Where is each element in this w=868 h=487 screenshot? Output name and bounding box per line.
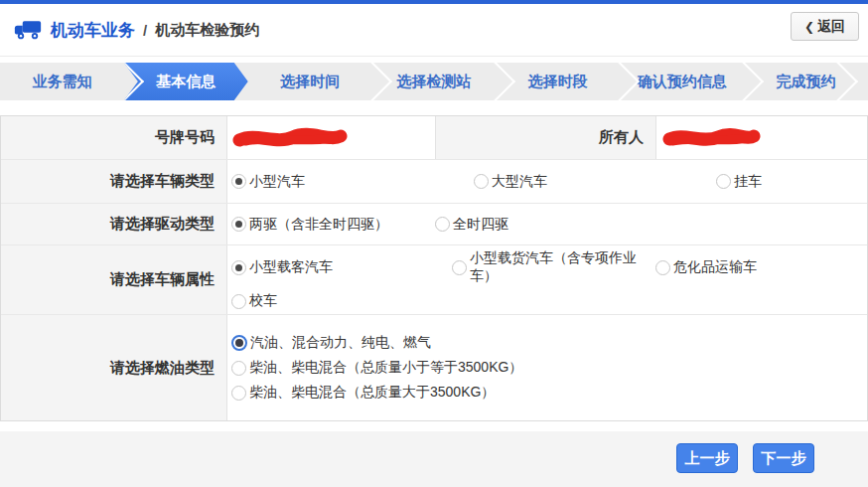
row-plate-owner: 号牌号码 所有人 [1, 116, 867, 160]
option-gasoline-hybrid-electric-gas[interactable]: 汽油、混合动力、纯电、燃气 [231, 334, 431, 352]
radio-icon [231, 386, 246, 401]
radio-selected-icon [231, 174, 246, 189]
appointment-form: 号牌号码 所有人 请选择车辆类型 小型汽车 [0, 115, 868, 421]
option-diesel-over-3500kg[interactable]: 柴油、柴电混合（总质量大于3500KG） [231, 384, 495, 402]
option-trailer[interactable]: 挂车 [716, 173, 762, 191]
row-fuel-type: 请选择燃油类型 汽油、混合动力、纯电、燃气 柴油、柴电混合（总质量小于等于350… [1, 315, 867, 420]
footer-actions: 上一步 下一步 [0, 431, 868, 487]
radio-icon [435, 217, 450, 232]
truck-icon [14, 19, 42, 41]
plate-number-label: 号牌号码 [1, 116, 227, 159]
radio-icon [231, 294, 246, 309]
progress-steps: 业务需知 基本信息 选择时间 选择检测站 选择时段 确认预约信息 完成预约 [0, 63, 868, 100]
back-button-label: 返回 [817, 18, 845, 36]
next-step-button[interactable]: 下一步 [753, 443, 814, 473]
owner-label: 所有人 [435, 116, 656, 159]
fuel-type-options: 汽油、混合动力、纯电、燃气 柴油、柴电混合（总质量小于等于3500KG） 柴油、… [227, 315, 867, 420]
radio-icon [474, 174, 489, 189]
option-two-wheel-drive[interactable]: 两驱（含非全时四驱） [231, 216, 435, 234]
row-vehicle-type: 请选择车辆类型 小型汽车 大型汽车 挂车 [1, 160, 867, 204]
radio-icon [716, 174, 731, 189]
step-label: 完成预约 [777, 73, 836, 91]
option-large-car[interactable]: 大型汽车 [474, 173, 716, 191]
radio-selected-icon [231, 335, 247, 351]
step-complete[interactable]: 完成预约 [744, 63, 868, 100]
option-label: 汽油、混合动力、纯电、燃气 [250, 334, 431, 352]
option-label: 柴油、柴电混合（总质量小于等于3500KG） [249, 359, 522, 377]
radio-selected-icon [231, 260, 246, 275]
breadcrumb-current: 机动车检验预约 [155, 21, 259, 40]
option-diesel-under-3500kg[interactable]: 柴油、柴电混合（总质量小于等于3500KG） [231, 359, 522, 377]
radio-selected-icon [231, 217, 246, 232]
option-label: 全时四驱 [453, 216, 508, 234]
breadcrumb-divider: / [143, 22, 147, 39]
back-button[interactable]: ❮ 返回 [791, 12, 859, 41]
page-header: 机动车业务 / 机动车检验预约 ❮ 返回 [0, 4, 868, 57]
options-line: 汽油、混合动力、纯电、燃气 [231, 334, 867, 352]
vehicle-attr-label: 请选择车辆属性 [1, 245, 227, 314]
option-small-cargo[interactable]: 小型载货汽车（含专项作业车） [452, 249, 655, 285]
option-label: 两驱（含非全时四驱） [249, 216, 388, 234]
vehicle-attr-options: 小型载客汽车 小型载货汽车（含专项作业车） 危化品运输车 校车 [227, 245, 867, 314]
owner-value [656, 116, 867, 159]
previous-step-button[interactable]: 上一步 [676, 443, 738, 473]
option-label: 挂车 [734, 173, 762, 191]
fuel-type-label: 请选择燃油类型 [1, 315, 227, 420]
options-line: 小型载客汽车 小型载货汽车（含专项作业车） 危化品运输车 [231, 249, 867, 285]
drive-type-options: 两驱（含非全时四驱） 全时四驱 [227, 204, 867, 244]
step-label: 业务需知 [32, 73, 91, 91]
redaction-scribble [660, 125, 762, 151]
option-label: 小型载货汽车（含专项作业车） [470, 249, 655, 285]
vehicle-inspection-appointment-page: 机动车业务 / 机动车检验预约 ❮ 返回 业务需知 基本信息 选择时间 选择检测… [0, 0, 868, 487]
drive-type-label: 请选择驱动类型 [1, 204, 227, 244]
option-small-car[interactable]: 小型汽车 [231, 173, 474, 191]
step-business-notice[interactable]: 业务需知 [0, 63, 124, 100]
step-basic-info[interactable]: 基本信息 [124, 63, 248, 100]
radio-icon [231, 361, 246, 376]
step-label: 基本信息 [156, 73, 216, 91]
option-label: 柴油、柴电混合（总质量大于3500KG） [249, 384, 495, 402]
option-small-passenger[interactable]: 小型载客汽车 [231, 258, 452, 276]
option-hazmat-transport[interactable]: 危化品运输车 [655, 258, 757, 276]
step-label: 确认预约信息 [638, 73, 727, 91]
row-vehicle-attr: 请选择车辆属性 小型载客汽车 小型载货汽车（含专项作业车） 危化品运输车 [1, 245, 867, 315]
step-label: 选择时间 [280, 73, 340, 91]
row-drive-type: 请选择驱动类型 两驱（含非全时四驱） 全时四驱 [1, 204, 867, 245]
option-label: 小型载客汽车 [249, 258, 333, 276]
options-line: 校车 [231, 292, 867, 310]
radio-icon [452, 260, 467, 275]
option-label: 大型汽车 [492, 173, 547, 191]
option-full-time-4wd[interactable]: 全时四驱 [435, 216, 508, 234]
radio-icon [655, 260, 670, 275]
option-label: 小型汽车 [249, 173, 305, 191]
chevron-left-icon: ❮ [804, 20, 814, 34]
option-label: 危化品运输车 [673, 258, 757, 276]
option-school-bus[interactable]: 校车 [231, 292, 277, 310]
vehicle-type-label: 请选择车辆类型 [1, 160, 227, 203]
vehicle-type-options: 小型汽车 大型汽车 挂车 [227, 160, 867, 203]
step-label: 选择时段 [528, 73, 588, 91]
page-title: 机动车业务 [51, 19, 135, 42]
option-label: 校车 [249, 292, 277, 310]
options-line: 柴油、柴电混合（总质量小于等于3500KG） [231, 359, 867, 377]
step-label: 选择检测站 [397, 73, 472, 91]
redaction-scribble [231, 125, 349, 151]
plate-number-value [227, 116, 435, 159]
options-line: 柴油、柴电混合（总质量大于3500KG） [231, 384, 867, 402]
